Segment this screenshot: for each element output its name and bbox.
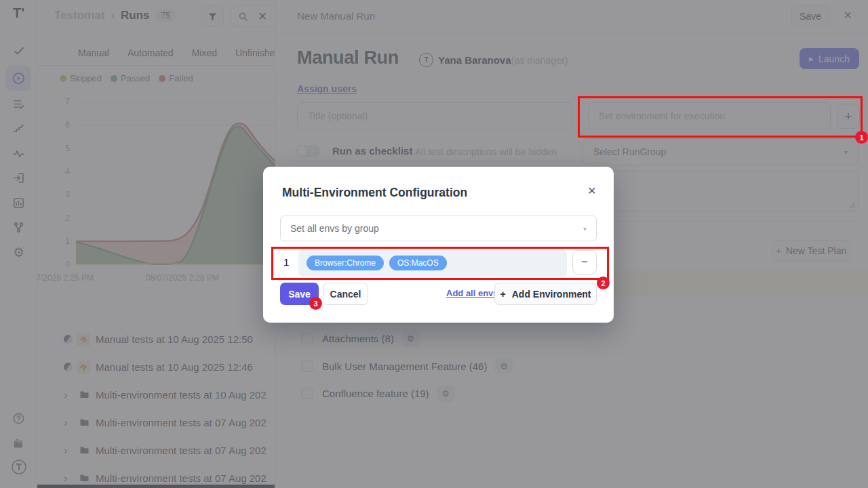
add-all-envs-link[interactable]: Add all envs [446,288,498,298]
annotation-box-2 [271,247,609,280]
plus-icon: + [500,289,506,300]
env-group-select[interactable]: Set all envs by group ▾ [280,216,597,241]
annotation-box-1 [578,96,863,138]
modal-title: Multi-Environment Configuration [282,186,467,200]
annotation-badge-1: 1 [855,131,868,144]
chevron-down-icon: ▾ [583,225,587,232]
modal-cancel-button[interactable]: Cancel [323,283,368,305]
app-screen: T' ⚙ [0,0,868,488]
annotation-badge-2: 2 [597,277,610,289]
add-environment-button[interactable]: + Add Environment [494,283,597,305]
annotation-badge-3: 3 [309,297,322,310]
modal-close-icon[interactable]: × [588,183,596,197]
